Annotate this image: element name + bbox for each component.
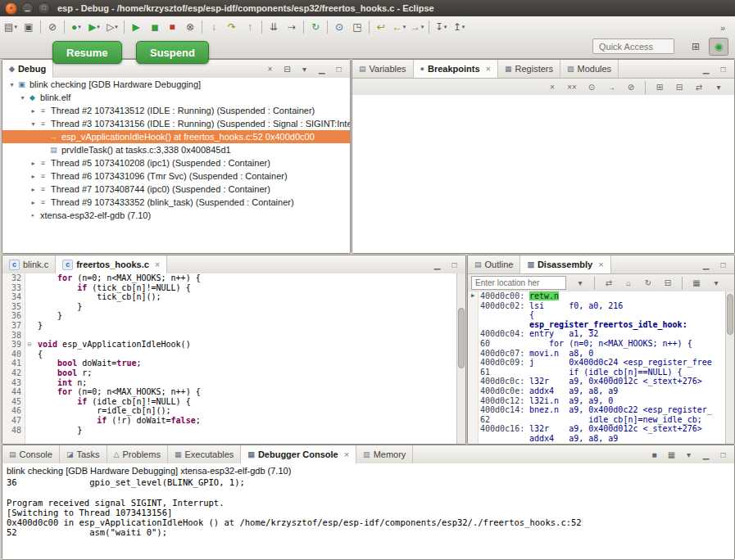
- drop-to-frame-button[interactable]: ⇊: [265, 19, 283, 35]
- top-right-tab-registers[interactable]: ▦Registers: [498, 60, 560, 78]
- collapse-all-button[interactable]: ⊟: [280, 63, 294, 75]
- tree-expander-icon[interactable]: ▾: [18, 94, 27, 102]
- editor-tab-freertos-hooks-c[interactable]: cfreertos_hooks.c×: [56, 255, 167, 273]
- skip-all-breakpoints-button[interactable]: ⊘: [623, 80, 639, 94]
- maximize-button[interactable]: □: [447, 259, 461, 271]
- step-return-button[interactable]: ↑: [241, 19, 259, 35]
- right-middle-tab-disassembly[interactable]: ▥Disassembly×: [520, 255, 610, 273]
- editor-vscroll-thumb[interactable]: [458, 308, 465, 368]
- maximize-button[interactable]: □: [332, 63, 346, 75]
- debug-perspective-button[interactable]: ◉: [709, 38, 728, 56]
- forward-button[interactable]: →▾: [408, 19, 426, 35]
- debug-tree-item[interactable]: ▪xtensa-esp32-elf-gdb (7.10): [2, 209, 350, 222]
- new-wizard-button[interactable]: ▤▾: [2, 19, 20, 35]
- view-menu-button[interactable]: ▾: [708, 276, 724, 290]
- sync-with-context-button[interactable]: ⇄: [601, 276, 617, 290]
- new-search-button[interactable]: ⊙: [330, 19, 348, 35]
- remove-all-terminated-button[interactable]: ×: [263, 63, 277, 75]
- last-edit-location-button[interactable]: ↩: [372, 19, 390, 35]
- refresh-button[interactable]: ↻: [640, 276, 656, 290]
- debug-tab-debug[interactable]: ◆Debug: [2, 60, 53, 78]
- debug-button[interactable]: ●▾: [67, 19, 85, 35]
- window-minimize-button[interactable]: ▁: [21, 2, 34, 15]
- console-tab-executables[interactable]: ▦Executables: [168, 445, 241, 463]
- tree-expander-icon[interactable]: ▾: [29, 120, 38, 128]
- instruction-stepping-button[interactable]: ⇢: [283, 19, 301, 35]
- window-close-button[interactable]: ×: [5, 2, 17, 15]
- minimize-button[interactable]: ▁: [315, 63, 329, 75]
- debug-tree-item[interactable]: ▸≡Thread #5 1073410208 (ipc1) (Suspended…: [2, 156, 350, 169]
- disassembly-vscrollbar[interactable]: [725, 291, 734, 444]
- close-tab-icon[interactable]: ×: [344, 449, 349, 459]
- debug-tree-item[interactable]: ▸≡Thread #9 1073433352 (blink_task) (Sus…: [2, 196, 350, 209]
- console-body[interactable]: blink checking [GDB Hardware Debugging] …: [2, 463, 734, 559]
- console-tab-problems[interactable]: △Problems: [107, 445, 168, 463]
- display-selected-console-button[interactable]: ▦: [665, 449, 678, 461]
- tree-expander-icon[interactable]: ▸: [29, 173, 38, 180]
- maximize-button[interactable]: □: [716, 259, 730, 271]
- next-annotation-button[interactable]: ↧▾: [432, 19, 450, 35]
- step-over-button[interactable]: ↷: [223, 19, 241, 35]
- console-tab-console[interactable]: ▤Console: [2, 445, 60, 463]
- top-right-tab-breakpoints[interactable]: ●Breakpoints×: [414, 60, 498, 78]
- editor-vscrollbar[interactable]: [456, 273, 465, 444]
- editor-code[interactable]: 32 for (n=0; n<MAX_HOOKS; n++) {33 if (t…: [2, 273, 457, 444]
- minimize-button[interactable]: ▁: [430, 259, 444, 271]
- expand-all-button[interactable]: ⊞: [651, 80, 668, 94]
- tree-expander-icon[interactable]: ▸: [29, 186, 38, 193]
- open-perspective-button[interactable]: ⊞: [687, 38, 705, 55]
- skip-all-breakpoints-button[interactable]: ⊘: [43, 19, 61, 35]
- debug-tree-item[interactable]: →esp_vApplicationIdleHook() at freertos_…: [2, 130, 350, 143]
- fold-collapse-icon[interactable]: ⊖: [25, 340, 34, 350]
- save-button[interactable]: ▣: [20, 19, 38, 35]
- console-tab-tasks[interactable]: ◪Tasks: [60, 445, 107, 463]
- debug-tree-item[interactable]: ▸≡Thread #7 1073408744 (ipc0) (Suspended…: [2, 183, 350, 196]
- previous-annotation-button[interactable]: ↥▾: [450, 19, 468, 35]
- top-right-tab-variables[interactable]: ▤Variables: [352, 60, 414, 78]
- terminate-button[interactable]: ■: [163, 19, 181, 35]
- tree-expander-icon[interactable]: ▸: [29, 160, 38, 167]
- location-dropdown-button[interactable]: ▾: [572, 276, 588, 290]
- maximize-button[interactable]: □: [716, 449, 730, 461]
- close-tab-icon[interactable]: ×: [598, 260, 603, 269]
- remove-all-breakpoints-button[interactable]: ××: [564, 80, 580, 94]
- disassembly-vscroll-thumb[interactable]: [727, 294, 733, 335]
- toolbar-overflow-button[interactable]: »: [714, 20, 732, 36]
- disassembly-content[interactable]: ▶400d0c00:retw.n400d0c02:lsi f0, a0, 216…: [468, 291, 726, 444]
- console-tab-debugger-console[interactable]: ▤Debugger Console×: [241, 445, 356, 463]
- maximize-button[interactable]: □: [716, 63, 730, 75]
- open-element-button[interactable]: ◳: [348, 19, 366, 35]
- minimize-button[interactable]: ▁: [699, 259, 713, 271]
- link-with-debug-view-button[interactable]: ⇄: [691, 80, 707, 94]
- export-button[interactable]: ⊟: [660, 276, 676, 290]
- close-tab-icon[interactable]: ×: [486, 64, 491, 74]
- open-new-view-button[interactable]: ▦: [688, 276, 705, 290]
- tree-expander-icon[interactable]: ▸: [29, 107, 38, 115]
- debug-tree-item[interactable]: ▤prvIdleTask() at tasks.c:3,338 0x400845…: [2, 143, 350, 156]
- minimize-button[interactable]: ▁: [699, 449, 713, 461]
- remove-breakpoint-button[interactable]: ×: [544, 80, 560, 94]
- view-menu-button[interactable]: ▾: [710, 80, 727, 94]
- go-to-file-for-breakpoint-button[interactable]: →: [603, 80, 619, 94]
- collapse-all-button[interactable]: ⊟: [671, 80, 687, 94]
- debug-tree-item[interactable]: ▾▣blink checking [GDB Hardware Debugging…: [2, 78, 350, 91]
- debug-tree-item[interactable]: ▾≡Thread #3 1073413156 (IDLE : Running) …: [2, 117, 350, 130]
- debug-tree-item[interactable]: ▾◆blink.elf: [2, 91, 350, 104]
- resume-button[interactable]: ▶: [127, 19, 145, 35]
- location-input[interactable]: [471, 276, 566, 290]
- suspend-button[interactable]: ▮▮: [145, 19, 163, 35]
- top-right-tab-modules[interactable]: ▧Modules: [560, 60, 619, 78]
- minimize-button[interactable]: ▁: [699, 63, 713, 75]
- right-middle-tab-outline[interactable]: ▤Outline: [468, 255, 520, 273]
- disconnect-button[interactable]: ⊗: [181, 19, 199, 35]
- editor-tab-blink-c[interactable]: cblink.c: [2, 255, 56, 273]
- console-tab-memory[interactable]: ▥Memory: [356, 445, 413, 463]
- run-button[interactable]: ▶▾: [85, 19, 103, 35]
- back-button[interactable]: ←▾: [390, 19, 408, 35]
- terminate-button[interactable]: ■: [647, 449, 661, 461]
- quick-access-input[interactable]: Quick Access: [592, 38, 674, 54]
- close-tab-icon[interactable]: ×: [155, 260, 160, 269]
- debug-tree-item[interactable]: ▸≡Thread #2 1073413512 (IDLE : Running) …: [2, 104, 350, 117]
- window-maximize-button[interactable]: □: [38, 2, 50, 15]
- home-button[interactable]: ⌂: [620, 276, 637, 290]
